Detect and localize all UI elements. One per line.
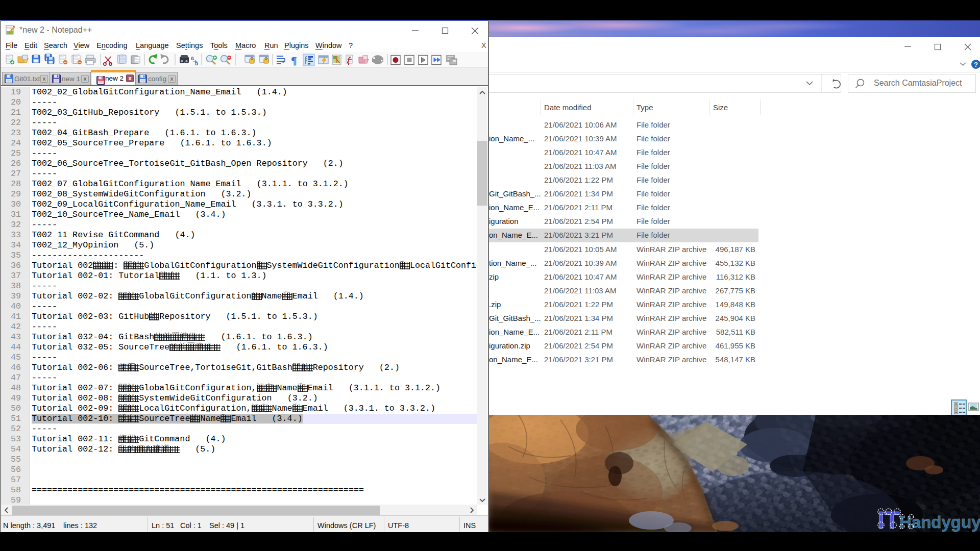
svg-text:a: a: [191, 55, 194, 61]
svg-text:?: ?: [974, 61, 978, 68]
svg-text:¶: ¶: [291, 54, 297, 67]
